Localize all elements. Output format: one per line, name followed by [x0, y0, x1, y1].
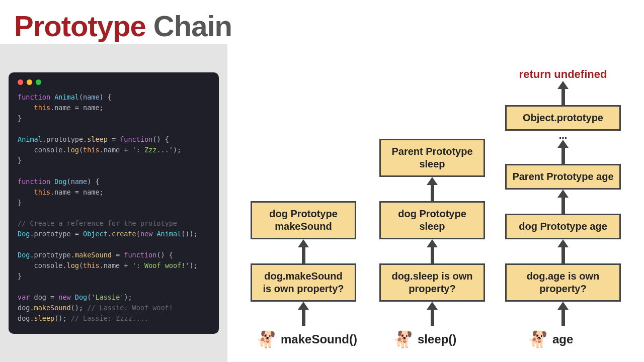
arrow-up-icon — [298, 302, 309, 326]
chain-box: dog Prototype makeSound — [251, 201, 356, 239]
arrow-up-icon — [557, 239, 569, 263]
chain-start-label: sleep() — [418, 332, 456, 346]
dog-icon: 🐕 — [527, 330, 547, 349]
arrow-up-icon — [557, 81, 569, 105]
page-title: Prototype Chain — [14, 9, 232, 43]
chain-box: dog Prototype sleep — [379, 201, 485, 239]
chain-box: dog.age is own property? — [505, 263, 621, 302]
chain-terminal-label: return undefined — [519, 68, 607, 81]
code-block: function Animal(name) { this.name = name… — [18, 92, 210, 323]
chain-box: Object.prototype — [505, 105, 621, 131]
chain-column: dog.age is own property?dog Prototype ag… — [505, 68, 621, 326]
arrow-up-icon — [427, 302, 438, 326]
maximize-icon — [36, 79, 41, 85]
dog-icon: 🐕 — [256, 330, 276, 349]
close-icon — [18, 79, 23, 85]
minimize-icon — [27, 79, 32, 85]
chain-box: dog Prototype age — [505, 214, 621, 239]
ellipsis: ... — [559, 131, 568, 140]
arrow-up-icon — [557, 190, 569, 214]
arrow-up-icon — [427, 239, 438, 263]
chain-start: 🐕age — [527, 330, 573, 349]
chain-start-label: age — [552, 332, 573, 346]
arrow-up-icon — [427, 177, 438, 201]
chain-box: Parent Prototype age — [505, 164, 621, 190]
chain-start-label: makeSound() — [281, 332, 357, 346]
chain-box: Parent Prototype sleep — [379, 139, 485, 177]
diagram-area: dog.makeSoundis own property?dog Prototy… — [227, 0, 644, 362]
arrow-up-icon — [298, 239, 309, 263]
dog-icon: 🐕 — [392, 330, 413, 349]
code-window: function Animal(name) { this.name = name… — [9, 72, 219, 333]
chain-start: 🐕makeSound() — [256, 330, 357, 349]
chain-box: dog.makeSoundis own property? — [251, 263, 356, 302]
chain-column: dog.sleep is own property?dog Prototype … — [379, 139, 485, 326]
title-primary: Prototype — [14, 10, 146, 42]
chain-start: 🐕sleep() — [392, 330, 456, 349]
title-secondary: Chain — [153, 10, 232, 42]
code-panel: function Animal(name) { this.name = name… — [0, 44, 227, 362]
window-traffic-lights — [18, 79, 210, 85]
chain-column: dog.makeSoundis own property?dog Prototy… — [251, 201, 356, 326]
arrow-up-icon — [557, 302, 569, 326]
chain-box: dog.sleep is own property? — [379, 263, 485, 302]
arrow-up-icon — [557, 140, 569, 164]
